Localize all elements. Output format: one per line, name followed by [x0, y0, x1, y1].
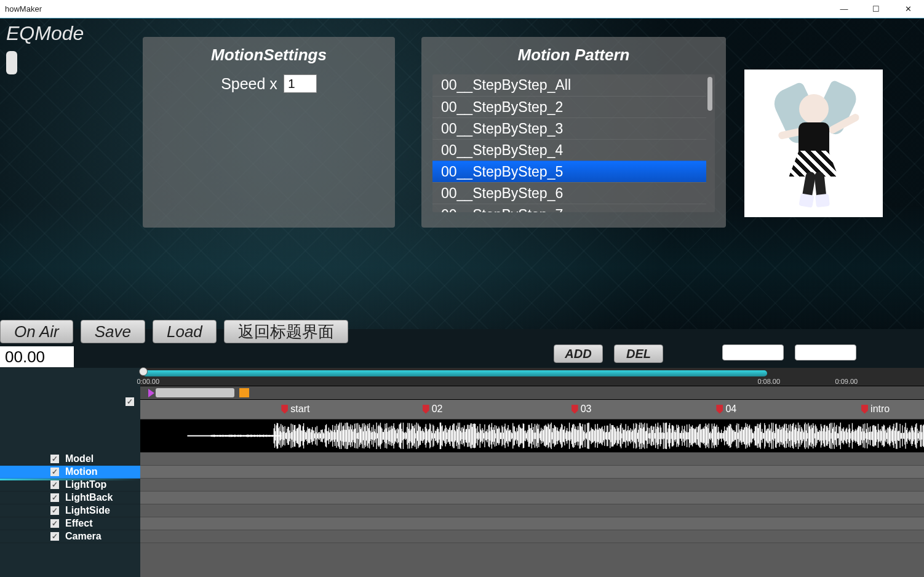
- svg-rect-193: [360, 429, 361, 442]
- track-row-lightback[interactable]: ✓LightBack: [0, 491, 140, 504]
- svg-rect-450: [562, 425, 562, 447]
- svg-rect-499: [600, 429, 601, 442]
- marker-lane[interactable]: start020304intro: [140, 400, 924, 420]
- svg-rect-101: [289, 427, 289, 445]
- svg-rect-320: [460, 431, 461, 441]
- svg-rect-176: [347, 423, 348, 449]
- playhead[interactable]: [139, 367, 148, 376]
- track-row-motion[interactable]: ✓Motion: [0, 466, 140, 479]
- add-button[interactable]: ADD: [554, 344, 603, 363]
- svg-rect-336: [472, 424, 473, 448]
- svg-rect-79: [271, 435, 272, 436]
- svg-rect-461: [570, 432, 571, 439]
- svg-rect-588: [670, 429, 671, 443]
- track-lane[interactable]: [140, 504, 924, 517]
- track-master-row[interactable]: ✓: [0, 368, 140, 420]
- speed-input[interactable]: [284, 74, 317, 93]
- svg-rect-347: [481, 431, 482, 441]
- track-lane[interactable]: [140, 530, 924, 543]
- svg-rect-670: [735, 432, 735, 440]
- svg-rect-65: [260, 435, 261, 437]
- svg-rect-649: [718, 427, 719, 445]
- svg-rect-577: [661, 432, 662, 439]
- track-checkbox[interactable]: ✓: [50, 480, 59, 489]
- svg-rect-356: [488, 425, 489, 446]
- motion-pattern-item[interactable]: 00__StepByStep_5: [432, 161, 706, 182]
- load-button[interactable]: Load: [153, 320, 217, 343]
- track-row-camera[interactable]: ✓Camera: [0, 530, 140, 543]
- motion-pattern-scrollbar[interactable]: [707, 77, 712, 111]
- timeline-marker[interactable]: intro: [861, 402, 890, 416]
- window-minimize[interactable]: —: [833, 4, 855, 14]
- overview-end-marker[interactable]: [239, 388, 249, 397]
- timeline-marker[interactable]: start: [281, 402, 309, 416]
- track-lane[interactable]: [140, 491, 924, 504]
- return-title-button[interactable]: 返回标题界面: [224, 320, 348, 343]
- svg-rect-825: [856, 431, 856, 441]
- svg-rect-697: [755, 426, 756, 445]
- track-list: ✓ ✓Model✓Motion✓LightTop✓LightBack✓Light…: [0, 368, 140, 577]
- motion-pattern-item[interactable]: 00__StepByStep_All: [432, 74, 706, 96]
- motion-pattern-item[interactable]: 00__StepByStep_2: [432, 96, 706, 117]
- svg-rect-422: [540, 431, 541, 440]
- track-row-model[interactable]: ✓Model: [0, 453, 140, 466]
- svg-rect-222: [383, 432, 384, 440]
- del-button[interactable]: DEL: [614, 344, 663, 363]
- track-row-effect[interactable]: ✓Effect: [0, 517, 140, 530]
- window-close[interactable]: ✕: [897, 4, 919, 14]
- svg-rect-465: [574, 424, 575, 447]
- track-lane[interactable]: [140, 453, 924, 466]
- svg-rect-528: [623, 429, 624, 442]
- track-lane[interactable]: [140, 517, 924, 530]
- track-checkbox[interactable]: ✓: [50, 468, 59, 476]
- motion-pattern-item[interactable]: 00__StepByStep_7: [432, 204, 706, 212]
- track-row-lightside[interactable]: ✓LightSide: [0, 504, 140, 517]
- track-checkbox[interactable]: ✓: [50, 493, 59, 502]
- svg-rect-537: [630, 428, 631, 444]
- save-button[interactable]: Save: [81, 320, 145, 343]
- svg-rect-728: [780, 430, 781, 442]
- track-lanes[interactable]: [140, 453, 924, 543]
- mode-toggle-button[interactable]: [6, 51, 17, 74]
- svg-rect-717: [771, 423, 772, 449]
- timeline-marker[interactable]: 04: [716, 402, 736, 416]
- svg-rect-220: [381, 429, 382, 443]
- track-checkbox[interactable]: ✓: [50, 455, 59, 463]
- motion-pattern-item[interactable]: 00__StepByStep_3: [432, 117, 706, 139]
- svg-rect-695: [754, 431, 755, 440]
- timeline-marker[interactable]: 03: [572, 402, 592, 416]
- svg-rect-849: [875, 426, 875, 445]
- svg-rect-705: [762, 429, 762, 443]
- svg-rect-744: [792, 424, 793, 448]
- svg-rect-567: [653, 427, 654, 445]
- motion-pattern-item[interactable]: 00__StepByStep_6: [432, 182, 706, 204]
- svg-rect-402: [524, 431, 525, 441]
- svg-rect-698: [756, 426, 757, 446]
- timeline-blank-button-1[interactable]: [722, 344, 784, 360]
- svg-rect-493: [595, 429, 596, 443]
- timeline-marker[interactable]: 02: [423, 402, 443, 416]
- window-maximize[interactable]: ☐: [865, 4, 887, 14]
- track-master-checkbox[interactable]: ✓: [125, 397, 134, 406]
- track-lane[interactable]: [140, 479, 924, 491]
- track-lane[interactable]: [140, 466, 924, 479]
- svg-rect-128: [309, 429, 310, 443]
- timeline-overview[interactable]: [140, 386, 924, 400]
- track-checkbox[interactable]: ✓: [50, 532, 59, 541]
- motion-pattern-item[interactable]: 00__StepByStep_4: [432, 139, 706, 161]
- svg-rect-532: [626, 431, 627, 440]
- svg-rect-822: [853, 432, 854, 440]
- on-air-button[interactable]: On Air: [0, 320, 73, 343]
- overview-thumb[interactable]: [156, 388, 234, 397]
- svg-rect-46: [245, 435, 246, 436]
- timeline-ruler[interactable]: 0:00.000:08.000:09.00: [140, 368, 924, 386]
- svg-rect-576: [661, 428, 661, 444]
- track-row-lighttop[interactable]: ✓LightTop: [0, 479, 140, 491]
- svg-rect-155: [331, 430, 332, 441]
- timeline-blank-button-2[interactable]: [795, 344, 856, 360]
- motion-pattern-list[interactable]: 00__StepByStep_All00__StepByStep_200__St…: [432, 74, 715, 212]
- svg-rect-404: [526, 433, 527, 439]
- track-checkbox[interactable]: ✓: [50, 519, 59, 528]
- track-checkbox[interactable]: ✓: [50, 506, 59, 515]
- svg-rect-897: [912, 428, 913, 444]
